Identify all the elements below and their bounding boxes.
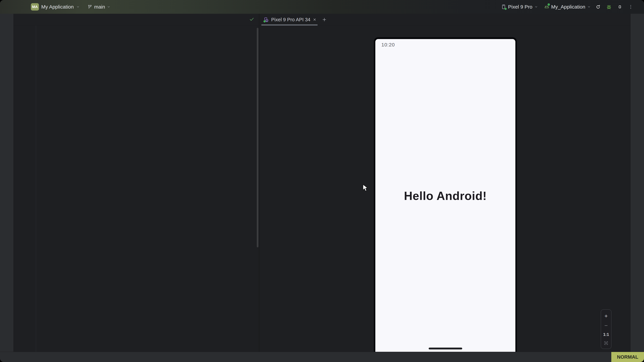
zoom-out-button[interactable]: − (604, 323, 608, 328)
right-tool-stripe (630, 14, 644, 352)
inspections-ok-icon[interactable] (249, 16, 254, 22)
project-name: My Application (41, 4, 74, 10)
editor-tab-bar (14, 14, 259, 26)
gesture-navigation-bar[interactable] (429, 348, 462, 350)
stop-button[interactable] (615, 2, 624, 11)
debug-button[interactable] (605, 3, 613, 11)
bug-icon (606, 4, 612, 10)
editor-pane (14, 14, 259, 352)
code-editor[interactable] (14, 25, 259, 352)
device-tab-bar: Pixel 9 Pro API 34 (259, 14, 630, 26)
kebab-icon (628, 4, 633, 9)
device-tab-icon (264, 17, 269, 22)
mouse-cursor (362, 184, 369, 192)
rerun-button[interactable] (593, 2, 603, 11)
device-selector[interactable]: Pixel 9 Pro (501, 4, 538, 10)
add-device-button[interactable] (320, 15, 328, 24)
chevron-down-icon (76, 5, 80, 9)
android-studio-window: MA My Application main Pixel 9 Pro My_Ap… (0, 0, 644, 362)
run-configuration-selector[interactable]: My_Application (544, 4, 591, 10)
hello-android-text: Hello Android! (375, 189, 515, 203)
android-status-bar: 10:20 (375, 39, 515, 49)
left-tool-stripe (0, 14, 14, 352)
project-badge: MA (31, 3, 39, 10)
vcs-branch-widget[interactable]: main (88, 4, 111, 10)
run-more-menu-button[interactable] (627, 3, 634, 11)
chevron-down-icon (534, 5, 538, 9)
stop-icon (617, 4, 622, 9)
run-configuration-label: My_Application (551, 4, 585, 10)
maximize-window-button[interactable] (17, 5, 21, 9)
chevron-down-icon (107, 5, 111, 9)
zoom-controls: + − 1:1 (601, 309, 612, 349)
editor-scrollbar[interactable] (257, 28, 258, 247)
close-window-button[interactable] (3, 5, 8, 9)
device-phone-icon (501, 4, 506, 9)
android-head-icon (544, 4, 550, 10)
zoom-to-fit-button[interactable] (604, 341, 608, 346)
branch-name: main (94, 4, 105, 10)
emulator-phone-frame: 10:20 Hello Android! (374, 37, 517, 352)
running-devices-panel: Pixel 9 Pro API 34 10:20 Hello Android! … (259, 14, 630, 352)
plus-icon (322, 17, 327, 22)
title-bar: MA My Application main Pixel 9 Pro My_Ap… (0, 0, 644, 14)
status-bar: NORMAL (0, 352, 644, 362)
rerun-icon (595, 4, 601, 9)
close-icon[interactable] (312, 17, 317, 22)
status-time: 10:20 (381, 42, 395, 48)
device-selector-label: Pixel 9 Pro (508, 4, 532, 10)
emulator-screen[interactable]: 10:20 Hello Android! (375, 39, 515, 352)
zoom-actual-size-button[interactable]: 1:1 (603, 332, 609, 337)
branch-icon (88, 4, 92, 9)
chevron-down-icon (587, 5, 591, 9)
device-tab-label: Pixel 9 Pro API 34 (271, 17, 310, 22)
device-tab[interactable]: Pixel 9 Pro API 34 (262, 17, 318, 22)
zoom-in-button[interactable]: + (604, 313, 608, 319)
device-toolbar (259, 26, 630, 39)
minimize-window-button[interactable] (10, 5, 14, 9)
macos-traffic-lights (3, 5, 21, 9)
vim-mode-badge[interactable]: NORMAL (611, 352, 644, 362)
project-widget[interactable]: MA My Application (31, 3, 80, 10)
